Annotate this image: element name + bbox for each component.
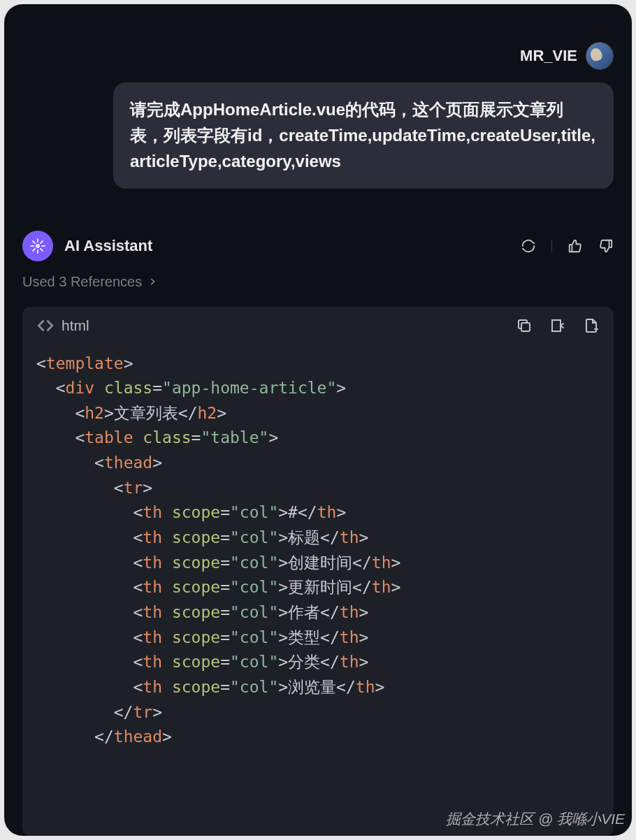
code-body[interactable]: <template> <div class="app-home-article"… (22, 345, 614, 750)
sparkle-icon (29, 238, 46, 254)
code-header: html (22, 307, 614, 345)
svg-point-8 (36, 245, 39, 247)
code-line: <th scope="col">更新时间</th> (36, 575, 600, 600)
code-line: <th scope="col">浏览量</th> (36, 675, 600, 700)
code-language: html (36, 317, 89, 335)
references-label: Used 3 References (22, 274, 142, 290)
code-line: <tr> (36, 476, 600, 501)
references-toggle[interactable]: Used 3 References (22, 274, 614, 290)
insert-icon (549, 317, 566, 334)
code-line: </thead> (36, 725, 600, 750)
user-name: MR_VIE (520, 47, 577, 65)
code-line: <h2>文章列表</h2> (36, 401, 600, 426)
watermark-text: 掘金技术社区 @ 我喺小VIE (446, 809, 625, 829)
regenerate-button[interactable] (521, 238, 536, 254)
copy-icon (516, 317, 533, 334)
user-avatar[interactable] (586, 42, 614, 70)
thumbs-up-icon (568, 238, 583, 254)
svg-rect-9 (521, 323, 530, 331)
code-line: <template> (36, 352, 600, 377)
code-actions (516, 317, 600, 334)
action-divider (551, 240, 552, 252)
code-line: </tr> (36, 700, 600, 725)
chat-panel: MR_VIE 请完成AppHomeArticle.vue的代码，这个页面展示文章… (4, 4, 632, 836)
code-line: <th scope="col">作者</th> (36, 600, 600, 625)
code-line: <th scope="col">类型</th> (36, 625, 600, 651)
assistant-name: AI Assistant (64, 237, 152, 255)
user-message-text: 请完成AppHomeArticle.vue的代码，这个页面展示文章列表，列表字段… (130, 100, 595, 171)
svg-line-4 (33, 241, 35, 243)
thumbs-down-button[interactable] (598, 238, 614, 254)
new-file-button[interactable] (583, 317, 600, 334)
insert-code-button[interactable] (549, 317, 566, 334)
code-block: html (22, 307, 614, 836)
thumbs-down-icon (598, 238, 614, 254)
svg-line-5 (41, 249, 43, 251)
code-line: <th scope="col">#</th> (36, 500, 600, 526)
assistant-header: AI Assistant (22, 231, 614, 261)
assistant-avatar (22, 231, 53, 261)
code-line: <th scope="col">分类</th> (36, 650, 600, 675)
code-line: <thead> (36, 451, 600, 476)
code-line: <th scope="col">创建时间</th> (36, 551, 600, 576)
thumbs-up-button[interactable] (568, 238, 583, 254)
code-icon (36, 317, 55, 335)
refresh-icon (521, 238, 536, 254)
user-message-bubble: 请完成AppHomeArticle.vue的代码，这个页面展示文章列表，列表字段… (113, 82, 614, 189)
chevron-right-icon (147, 277, 157, 287)
code-line: <th scope="col">标题</th> (36, 526, 600, 551)
code-line: <table class="table"> (36, 426, 600, 451)
copy-code-button[interactable] (516, 317, 533, 334)
svg-line-6 (33, 249, 35, 251)
code-language-label: html (62, 317, 89, 334)
assistant-actions (521, 238, 614, 254)
svg-line-7 (41, 241, 43, 243)
code-line: <div class="app-home-article"> (36, 376, 600, 401)
assistant-identity: AI Assistant (22, 231, 152, 261)
user-header: MR_VIE (22, 22, 614, 70)
new-file-icon (583, 317, 600, 334)
